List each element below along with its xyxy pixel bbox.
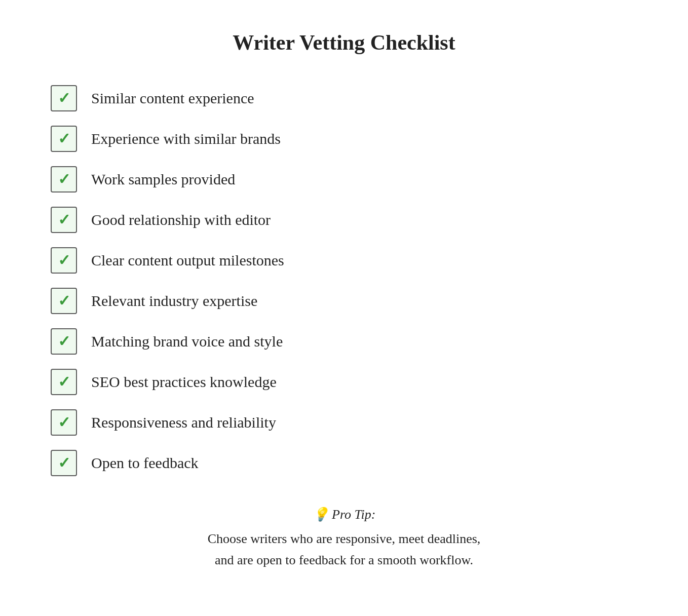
checkbox-icon[interactable] [51, 247, 77, 274]
list-item[interactable]: Similar content experience [51, 85, 647, 111]
checkbox-icon[interactable] [51, 126, 77, 152]
list-item[interactable]: Relevant industry expertise [51, 288, 647, 314]
checklist-item-label: Experience with similar brands [91, 130, 281, 147]
checkbox-icon[interactable] [51, 369, 77, 395]
page-title: Writer Vetting Checklist [41, 30, 647, 55]
checkbox-icon[interactable] [51, 328, 77, 355]
list-item[interactable]: Matching brand voice and style [51, 328, 647, 355]
checklist-item-label: Open to feedback [91, 454, 199, 472]
pro-tip-text: Choose writers who are responsive, meet … [41, 528, 647, 570]
checklist-item-label: SEO best practices knowledge [91, 373, 277, 391]
list-item[interactable]: Work samples provided [51, 166, 647, 192]
pro-tip-icon: 💡 [313, 507, 329, 522]
checklist-item-label: Relevant industry expertise [91, 292, 257, 310]
list-item[interactable]: SEO best practices knowledge [51, 369, 647, 395]
checkbox-icon[interactable] [51, 288, 77, 314]
checklist-item-label: Similar content experience [91, 90, 254, 107]
checklist-item-label: Good relationship with editor [91, 211, 271, 228]
checkbox-icon[interactable] [51, 207, 77, 233]
list-item[interactable]: Open to feedback [51, 450, 647, 476]
checkbox-icon[interactable] [51, 450, 77, 476]
pro-tip-heading: 💡 Pro Tip: [41, 507, 647, 522]
list-item[interactable]: Good relationship with editor [51, 207, 647, 233]
checkbox-icon[interactable] [51, 85, 77, 111]
list-item[interactable]: Clear content output milestones [51, 247, 647, 274]
checklist-item-label: Responsiveness and reliability [91, 414, 276, 431]
pro-tip-label: Pro Tip: [332, 507, 375, 522]
checklist-item-label: Matching brand voice and style [91, 333, 283, 350]
list-item[interactable]: Experience with similar brands [51, 126, 647, 152]
checkbox-icon[interactable] [51, 166, 77, 192]
checklist: Similar content experienceExperience wit… [51, 85, 647, 476]
pro-tip-line1: Choose writers who are responsive, meet … [208, 531, 481, 546]
list-item[interactable]: Responsiveness and reliability [51, 409, 647, 436]
checklist-item-label: Clear content output milestones [91, 252, 284, 269]
checklist-item-label: Work samples provided [91, 171, 235, 188]
checkbox-icon[interactable] [51, 409, 77, 436]
pro-tip-section: 💡 Pro Tip: Choose writers who are respon… [41, 507, 647, 570]
pro-tip-line2: and are open to feedback for a smooth wo… [215, 553, 473, 567]
